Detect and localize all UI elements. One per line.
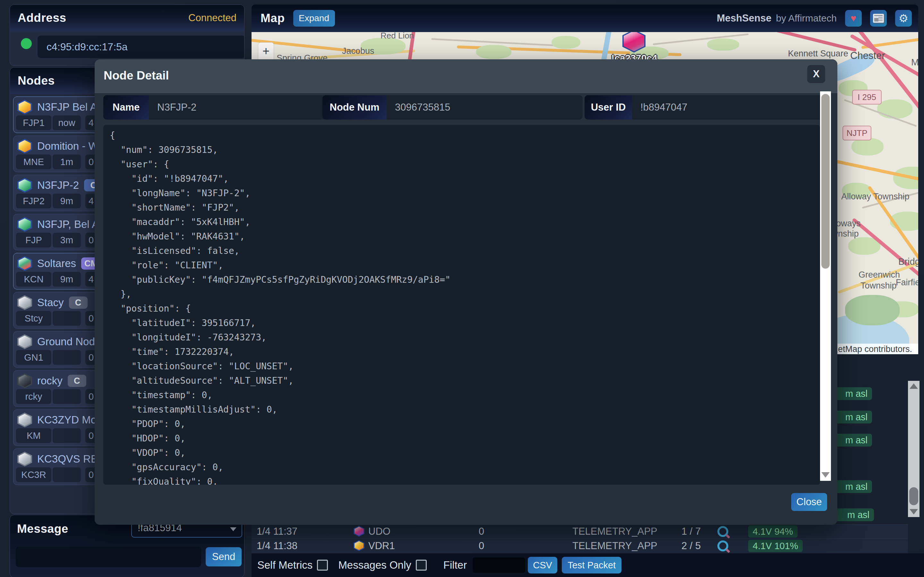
map-label: Alloway Township xyxy=(841,192,909,201)
map-label: Bridget xyxy=(898,256,918,267)
packet-node-name: UDO xyxy=(368,526,391,537)
node-shortname-chip: KCN xyxy=(16,272,51,287)
node-role-badge: C xyxy=(68,375,86,387)
gray-hexagon-icon xyxy=(17,295,32,310)
node-name: Ground Node xyxy=(37,335,101,348)
packet-row[interactable]: 1/4 11:38 VDR1 0 TELEMETRY_APP 2 / 5 4.1… xyxy=(252,538,908,553)
packet-app-type: TELEMETRY_APP xyxy=(572,526,657,537)
address-title: Address xyxy=(18,11,66,25)
map-label: Chester xyxy=(850,50,885,61)
amber-hexagon-icon xyxy=(17,139,32,153)
node-name: Soltares xyxy=(37,258,76,269)
packet-time: 1/4 11:38 xyxy=(257,540,297,552)
self-metrics-label: Self Metrics xyxy=(257,559,312,571)
field-label-user-id: User ID xyxy=(585,95,632,119)
map-label: Greenwich xyxy=(859,270,900,280)
sponsor-button[interactable]: ♥ xyxy=(845,10,862,27)
dark-hexagon-icon xyxy=(17,374,32,388)
node-time-chip: 3m xyxy=(53,233,81,247)
address-panel-header: Address Connected xyxy=(10,5,244,31)
node-time-chip: 9m xyxy=(53,193,81,208)
test-packet-button[interactable]: Test Packet xyxy=(562,557,622,574)
send-button-label: Send xyxy=(212,551,235,562)
expand-map-button[interactable]: Expand xyxy=(293,10,335,27)
node-time-chip xyxy=(53,311,81,326)
node-shortname-chip: KM xyxy=(16,428,51,443)
node-time-chip: 9m xyxy=(53,272,81,287)
message-input[interactable] xyxy=(16,546,201,567)
scroll-down-arrow-icon[interactable] xyxy=(909,509,918,514)
self-metrics-checkbox[interactable] xyxy=(317,560,328,571)
brand-byline: by Affirmatech xyxy=(776,13,837,24)
map-attribution-text: etMap contributors. xyxy=(838,344,912,354)
modal-scrollbar[interactable] xyxy=(820,91,831,481)
scroll-down-arrow-icon[interactable] xyxy=(821,472,830,478)
gray-hexagon-icon xyxy=(17,334,32,349)
plus-icon: + xyxy=(258,43,274,59)
messages-only-checkbox[interactable] xyxy=(416,560,427,571)
field-label-node-num: Node Num xyxy=(322,95,387,119)
modal-fields-row: Name N3FJP-2 Node Num 3096735815 User ID… xyxy=(95,95,837,121)
node-time-chip xyxy=(53,428,81,443)
gray-hexagon-icon xyxy=(17,452,32,466)
connected-dot-icon xyxy=(21,38,32,49)
packet-app-type: TELEMETRY_APP xyxy=(572,540,657,552)
map-label: Red Lion xyxy=(381,32,414,41)
csv-button[interactable]: CSV xyxy=(528,557,557,574)
node-name: N3FJP Bel Air xyxy=(37,101,103,113)
node-name: N3FJP-2 xyxy=(37,179,79,191)
brand-name: MeshSense xyxy=(717,13,772,24)
modal-close-button[interactable]: Close xyxy=(791,493,827,511)
modal-scrollbar-thumb[interactable] xyxy=(821,94,830,269)
node-time-chip: 1m xyxy=(53,155,81,169)
send-button[interactable]: Send xyxy=(206,547,242,566)
table-scrollbar-thumb[interactable] xyxy=(909,487,918,505)
news-button[interactable] xyxy=(870,10,887,27)
field-value-name[interactable]: N3FJP-2 xyxy=(149,95,326,119)
magnifier-icon[interactable] xyxy=(717,540,728,551)
green-hexagon-icon xyxy=(17,217,32,232)
message-title: Message xyxy=(17,522,68,536)
nodes-title: Nodes xyxy=(18,74,55,87)
address-input[interactable]: c4:95:d9:cc:17:5a xyxy=(37,35,244,58)
modal-close-x-button[interactable]: X xyxy=(807,65,825,83)
messages-only-label: Messages Only xyxy=(338,559,411,571)
node-shortname-chip: FJP1 xyxy=(16,115,51,130)
close-x-icon: X xyxy=(813,68,820,80)
address-panel: Address Connected c4:95:d9:cc:17:5a xyxy=(10,5,244,66)
packet-hops: 0 xyxy=(479,526,484,537)
packet-row[interactable]: 1/4 11:37 UDO 0 TELEMETRY_APP 1 / 7 4.1V… xyxy=(252,524,908,539)
connection-status-badge: Connected xyxy=(188,12,236,24)
node-shortname-chip: MNE xyxy=(16,155,51,169)
node-shortname-chip: FJP2 xyxy=(16,193,51,208)
map-label: Township xyxy=(861,281,897,291)
node-time-chip xyxy=(53,350,81,365)
magnifier-icon[interactable] xyxy=(717,526,728,537)
field-value-node-num[interactable]: 3096735815 xyxy=(387,95,583,119)
purple-hexagon-icon xyxy=(354,526,365,537)
map-header-bar: Map Expand MeshSense by Affirmatech ♥ ⚙ xyxy=(252,5,918,32)
scroll-up-arrow-icon[interactable] xyxy=(909,384,918,389)
node-name: Stacy xyxy=(37,297,64,309)
node-time-chip: now xyxy=(53,115,81,130)
battery-badge: 4.1V 94% xyxy=(748,525,798,538)
meshsense-app: Address Connected c4:95:d9:cc:17:5a Node… xyxy=(0,0,924,577)
altitude-badge: m asl xyxy=(831,508,874,521)
packet-hops: 0 xyxy=(479,540,484,552)
table-scrollbar[interactable] xyxy=(908,381,919,517)
field-label-name: Name xyxy=(103,95,149,119)
node-shortname-chip: Stcy xyxy=(16,311,51,326)
expand-button-label: Expand xyxy=(299,13,329,23)
map-label: Jacobus xyxy=(342,46,375,56)
modal-header: Node Detail X xyxy=(95,59,837,93)
field-value-user-id[interactable]: !b8947047 xyxy=(632,95,825,119)
settings-button[interactable]: ⚙ xyxy=(895,10,912,27)
packet-time: 1/4 11:37 xyxy=(257,526,297,537)
address-value: c4:95:d9:cc:17:5a xyxy=(37,41,128,53)
node-shortname-chip: KC3R xyxy=(16,467,51,482)
node-time-chip xyxy=(53,467,81,482)
map-label: Kennett Square xyxy=(788,49,848,59)
filter-label: Filter xyxy=(443,559,467,571)
filter-input[interactable] xyxy=(473,558,525,573)
node-json-viewer[interactable]: { "num": 3096735815, "user": { "id": "!b… xyxy=(103,125,820,485)
